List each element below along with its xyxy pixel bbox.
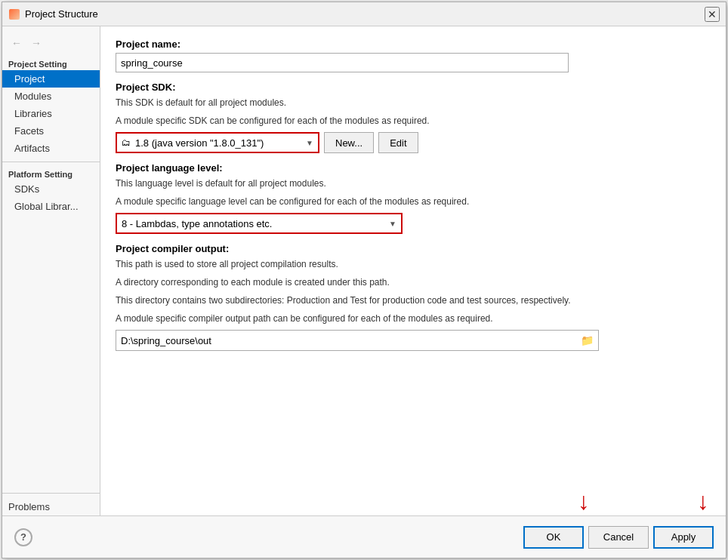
bottom-actions: OK Cancel Apply xyxy=(523,526,714,549)
sidebar-item-modules[interactable]: Modules xyxy=(2,88,100,105)
bottom-bar: ? OK Cancel Apply xyxy=(2,515,726,558)
project-name-input[interactable] xyxy=(116,53,569,72)
project-name-label: Project name: xyxy=(116,38,711,50)
help-button[interactable]: ? xyxy=(14,528,32,546)
title-bar: Project Structure ✕ xyxy=(2,2,726,26)
compiler-output-field[interactable]: D:\spring_course\out 📁 xyxy=(116,330,599,351)
sdk-dropdown-arrow-icon: ▼ xyxy=(306,139,313,147)
project-sdk-desc2: A module specific SDK can be configured … xyxy=(116,114,711,128)
sidebar-item-artifacts[interactable]: Artifacts xyxy=(2,140,100,157)
compiler-output-value: D:\spring_course\out xyxy=(121,335,581,346)
sidebar-item-project[interactable]: Project xyxy=(2,70,100,88)
forward-button[interactable]: → xyxy=(28,35,45,51)
platform-settings-label: Platform Setting xyxy=(2,167,100,180)
sidebar-item-global-libraries[interactable]: Global Librar... xyxy=(2,198,100,215)
compiler-desc4: A module specific compiler output path c… xyxy=(116,312,711,325)
nav-back-forward: ← → xyxy=(2,32,100,54)
right-panel: Project name: Project SDK: This SDK is d… xyxy=(100,26,726,515)
sidebar-item-problems[interactable]: Problems xyxy=(2,498,100,515)
apply-button[interactable]: Apply xyxy=(653,526,714,549)
project-language-level-desc1: This language level is default for all p… xyxy=(116,177,711,190)
language-level-arrow-icon: ▼ xyxy=(389,220,396,228)
project-structure-dialog: Project Structure ✕ ← → Project Setting … xyxy=(2,2,726,558)
language-level-value: 8 - Lambdas, type annotations etc. xyxy=(122,218,389,229)
sdk-new-button[interactable]: New... xyxy=(324,132,374,153)
app-logo-icon xyxy=(8,8,20,20)
project-settings-label: Project Setting xyxy=(2,57,100,70)
sidebar: ← → Project Setting Project Modules Libr… xyxy=(2,26,100,515)
back-button[interactable]: ← xyxy=(8,35,25,51)
compiler-desc3: This directory contains two subdirectori… xyxy=(116,294,711,307)
language-level-dropdown[interactable]: 8 - Lambdas, type annotations etc. ▼ xyxy=(116,213,403,234)
sdk-dropdown[interactable]: 🗂 1.8 (java version "1.8.0_131") ▼ xyxy=(116,132,319,153)
ok-button[interactable]: OK xyxy=(523,526,584,549)
sidebar-item-facets[interactable]: Facets xyxy=(2,122,100,140)
project-language-level-desc2: A module specific language level can be … xyxy=(116,195,711,208)
sdk-row: 🗂 1.8 (java version "1.8.0_131") ▼ New..… xyxy=(116,132,711,153)
main-content: ← → Project Setting Project Modules Libr… xyxy=(2,26,726,515)
compiler-desc2: A directory corresponding to each module… xyxy=(116,275,711,289)
dialog-title: Project Structure xyxy=(25,8,705,20)
project-sdk-label: Project SDK: xyxy=(116,82,711,93)
language-row: 8 - Lambdas, type annotations etc. ▼ xyxy=(116,213,711,234)
project-language-level-label: Project language level: xyxy=(116,162,711,174)
sdk-folder-icon: 🗂 xyxy=(122,137,131,148)
cancel-button[interactable]: Cancel xyxy=(588,526,649,549)
sdk-dropdown-value: 1.8 (java version "1.8.0_131") xyxy=(135,137,303,149)
sidebar-divider xyxy=(2,162,100,162)
project-sdk-desc1: This SDK is default for all project modu… xyxy=(116,96,711,109)
project-compiler-output-label: Project compiler output: xyxy=(116,243,711,254)
sidebar-item-sdks[interactable]: SDKs xyxy=(2,180,100,198)
compiler-output-folder-icon[interactable]: 📁 xyxy=(581,334,594,346)
close-button[interactable]: ✕ xyxy=(705,7,720,22)
sdk-edit-button[interactable]: Edit xyxy=(378,132,418,153)
sidebar-item-libraries[interactable]: Libraries xyxy=(2,105,100,122)
compiler-desc1: This path is used to store all project c… xyxy=(116,257,711,271)
sidebar-divider-bottom xyxy=(2,493,100,494)
